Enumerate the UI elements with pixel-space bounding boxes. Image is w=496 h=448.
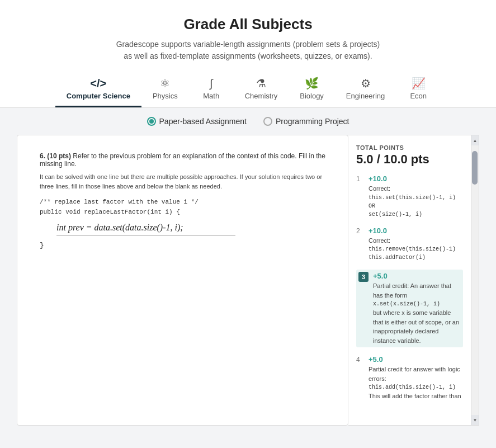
rubric-num-badge-3: 3 (358, 272, 369, 282)
rubric-desc-4: Partial credit for answer with logic err… (369, 365, 463, 383)
econ-icon: 📈 (412, 78, 426, 89)
scrollbar[interactable]: ▲ ▼ (471, 135, 479, 426)
rubric-code-4: this.add(this.size()-1, i) (369, 383, 463, 392)
rubric-score-1: +10.0 (369, 175, 456, 183)
total-points-value: 5.0 / 10.0 pts (356, 152, 463, 167)
tab-econ[interactable]: 📈 Econ (396, 71, 441, 107)
question-context: It can be solved with one line but there… (40, 172, 325, 191)
rubric-item-2: 2 +10.0 Correct: this.remove(this.size()… (356, 227, 463, 262)
rubric-score-3: +5.0 (373, 272, 461, 280)
chemistry-icon: ⚗ (256, 78, 266, 89)
scrollbar-down-arrow[interactable]: ▼ (471, 415, 479, 425)
rubric-desc-4b: This will add the factor rather than (369, 392, 463, 401)
paper-assignment-radio[interactable]: Paper-based Assignment (147, 117, 247, 126)
page-header: Grade All Subjects Gradescope supports v… (0, 0, 496, 71)
question-text: 6. (10 pts) Refer to the previous proble… (40, 152, 325, 168)
code-before: /** replace last factor with the value i… (40, 197, 325, 217)
math-icon: ∫ (210, 78, 212, 89)
rubric-score-4: +5.0 (369, 355, 463, 364)
rubric-num-4: 4 (356, 355, 364, 364)
rubric-item-1: 1 +10.0 Correct: this.set(this.size()-1,… (356, 175, 463, 219)
rubric-panel: TOTAL POINTS 5.0 / 10.0 pts 1 +10.0 Corr… (348, 135, 471, 426)
assignment-type-row: Paper-based Assignment Programming Proje… (0, 108, 496, 135)
page-subtitle: Gradescope supports variable-length assi… (11, 39, 485, 62)
programming-project-radio[interactable]: Programming Project (263, 117, 349, 126)
rubric-item-3: 3 +5.0 Partial credit: An answer that ha… (356, 270, 463, 347)
paper-radio-circle (147, 117, 156, 126)
scrollbar-track (471, 145, 479, 415)
rubric-code-1: this.set(this.size()-1, i)ORset(size()-1… (369, 194, 456, 219)
total-points-label: TOTAL POINTS (356, 144, 463, 151)
assignment-panel: 6. (10 pts) Refer to the previous proble… (17, 135, 348, 426)
tab-physics[interactable]: ⚛ Physics (141, 71, 189, 107)
rubric-num-2: 2 (356, 227, 364, 235)
subject-tabs: </> Computer Science ⚛ Physics ∫ Math ⚗ … (0, 71, 496, 108)
rubric-desc-3b: but where x is some variable that is eit… (373, 308, 461, 345)
rubric-desc-1: Correct: (369, 184, 456, 194)
handwritten-answer: int prev = data.set(data.size()-1, i); (56, 223, 235, 235)
rubric-code-3: x.set(x.size()-1, i) (373, 300, 461, 308)
tab-math[interactable]: ∫ Math (189, 71, 234, 107)
rubric-code-2: this.remove(this.size()-1)this.addFactor… (369, 245, 456, 262)
rubric-desc-2: Correct: (369, 236, 456, 246)
tab-engineering[interactable]: ⚙ Engineering (335, 71, 396, 107)
page-title: Grade All Subjects (11, 16, 485, 33)
physics-icon: ⚛ (160, 78, 170, 89)
rubric-num-1: 1 (356, 175, 364, 183)
rubric-score-2: +10.0 (369, 227, 456, 235)
engineering-icon: ⚙ (361, 78, 371, 89)
computer-science-icon: </> (90, 78, 106, 89)
rubric-item-4: 4 +5.0 Partial credit for answer with lo… (356, 355, 463, 401)
closing-brace: } (40, 241, 325, 249)
tab-computer-science[interactable]: </> Computer Science (55, 71, 141, 107)
programming-radio-circle (263, 117, 272, 126)
scrollbar-thumb[interactable] (472, 151, 478, 185)
tab-chemistry[interactable]: ⚗ Chemistry (234, 71, 289, 107)
scrollbar-up-arrow[interactable]: ▲ (471, 135, 479, 145)
tab-biology[interactable]: 🌿 Biology (289, 71, 335, 107)
biology-icon: 🌿 (305, 78, 319, 89)
main-content: 6. (10 pts) Refer to the previous proble… (17, 135, 479, 426)
rubric-desc-3: Partial credit: An answer that has the f… (373, 281, 461, 300)
